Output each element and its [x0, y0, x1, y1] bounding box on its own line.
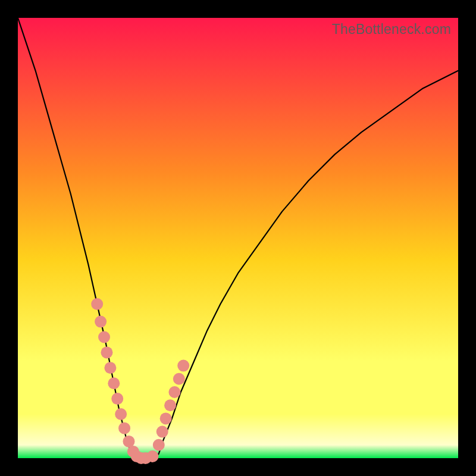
curve-marker [108, 377, 120, 389]
curve-marker [173, 373, 185, 385]
plot-area: TheBottleneck.com [18, 18, 458, 458]
curve-marker [123, 436, 134, 447]
curve-marker [111, 393, 123, 405]
curve-marker [101, 346, 112, 358]
curve-marker [118, 422, 130, 434]
curve-marker [104, 362, 116, 374]
curve-marker [115, 408, 127, 420]
curve-marker [164, 399, 176, 411]
bottleneck-curve [18, 18, 458, 458]
curve-marker [160, 412, 172, 424]
curve-marker [98, 331, 110, 343]
curve-marker [156, 426, 168, 438]
curve-marker [95, 316, 107, 328]
chart-stage: TheBottleneck.com [0, 0, 476, 476]
curve-marker [91, 298, 103, 310]
curve-marker [146, 450, 158, 462]
curve-marker [153, 439, 165, 451]
curve-marker [168, 386, 180, 398]
curve-marker [177, 360, 189, 372]
